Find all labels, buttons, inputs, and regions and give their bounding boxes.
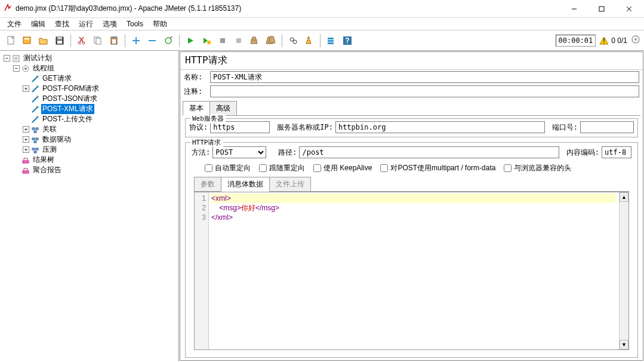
tree-node-threadgroup[interactable]: − 线程组	[4, 63, 177, 73]
menu-run[interactable]: 运行	[74, 18, 98, 30]
scroll-up-icon[interactable]: ▲	[620, 192, 628, 202]
toolbar: ? 00:00:01 ! 0 0/1	[0, 30, 644, 51]
protocol-field[interactable]	[210, 121, 270, 133]
svg-text:!: !	[603, 37, 605, 45]
controller-icon	[30, 145, 40, 155]
tree-toggle[interactable]: +	[23, 136, 29, 143]
toggle-icon[interactable]	[161, 33, 176, 48]
tree-node-sampler[interactable]: GET请求	[4, 73, 177, 84]
vertical-scrollbar[interactable]: ▲ ▼	[619, 192, 628, 349]
path-field[interactable]	[299, 146, 559, 158]
clear-all-icon[interactable]	[263, 33, 279, 48]
menu-search[interactable]: 查找	[50, 18, 74, 30]
tree-toggle[interactable]: +	[23, 85, 29, 92]
svg-rect-51	[23, 161, 29, 163]
tree-node-sampler[interactable]: POST-JSON请求	[4, 94, 177, 104]
body-tabs: 参数 消息体数据 文件上传	[194, 177, 629, 192]
svg-point-39	[14, 57, 18, 60]
menu-file[interactable]: 文件	[2, 18, 26, 30]
tree-toggle[interactable]: +	[23, 146, 29, 153]
stop-icon[interactable]	[215, 33, 230, 48]
tab-params[interactable]: 参数	[194, 177, 221, 191]
help-icon[interactable]: ?	[340, 33, 355, 48]
svg-rect-6	[24, 38, 29, 39]
function-helper-icon[interactable]	[323, 33, 339, 48]
shutdown-icon[interactable]	[231, 33, 246, 48]
tree-panel[interactable]: − 测试计划 − 线程组 GET请求 + POST-FORM请求	[0, 51, 179, 361]
name-field[interactable]	[210, 71, 639, 83]
tree-label[interactable]: POST-上传文件	[41, 114, 94, 124]
cb-keepalive[interactable]: 使用 KeepAlive	[313, 163, 372, 173]
sampler-icon	[30, 94, 40, 104]
thread-count-label: 0 0/1	[611, 36, 627, 45]
menu-help[interactable]: 帮助	[148, 18, 172, 30]
tree-toggle[interactable]: −	[4, 55, 10, 62]
close-button[interactable]	[615, 1, 643, 17]
svg-rect-50	[34, 151, 36, 153]
tree-label[interactable]: GET请求	[41, 73, 73, 84]
comments-field[interactable]	[210, 85, 639, 97]
svg-rect-5	[23, 37, 30, 44]
cut-icon[interactable]	[74, 33, 90, 48]
tree-toggle[interactable]: −	[13, 65, 20, 72]
code-content[interactable]: <xml> <msg>你好</msg> </xml>	[209, 192, 619, 349]
tree-toggle[interactable]: +	[23, 126, 29, 133]
svg-rect-17	[112, 36, 116, 38]
tab-advanced[interactable]: 高级	[209, 101, 237, 115]
tree-label[interactable]: 数据驱动	[41, 134, 72, 145]
cb-multipart[interactable]: 对POST使用multipart / form-data	[380, 163, 495, 173]
cb-browser-headers[interactable]: 与浏览器兼容的头	[504, 163, 571, 173]
search-icon[interactable]	[285, 33, 301, 48]
expand-icon[interactable]	[128, 33, 144, 48]
tree-node-controller[interactable]: + 压测	[4, 145, 177, 155]
server-field[interactable]	[335, 121, 545, 133]
tree-node-listener[interactable]: 聚合报告	[4, 165, 177, 175]
menu-tools[interactable]: Tools	[122, 19, 148, 29]
tab-body-data[interactable]: 消息体数据	[221, 177, 270, 192]
port-field[interactable]	[580, 121, 634, 133]
open-icon[interactable]	[36, 33, 51, 48]
start-no-pause-icon[interactable]	[199, 33, 214, 48]
collapse-icon[interactable]	[144, 33, 160, 48]
body-editor[interactable]: 1 2 3 <xml> <msg>你好</msg> </xml> ▲ ▼	[194, 192, 629, 350]
svg-rect-52	[23, 171, 29, 173]
tree-label[interactable]: 线程组	[32, 63, 56, 73]
tree-node-sampler-selected[interactable]: POST-XML请求	[4, 104, 177, 114]
menu-options[interactable]: 选项	[98, 18, 122, 30]
scroll-down-icon[interactable]: ▼	[620, 340, 628, 349]
tree-node-testplan[interactable]: − 测试计划	[4, 53, 177, 63]
tree-node-controller[interactable]: + 关联	[4, 124, 177, 134]
cb-auto-redirect[interactable]: 自动重定向	[205, 163, 251, 173]
copy-icon[interactable]	[90, 33, 106, 48]
line-gutter: 1 2 3	[195, 192, 209, 349]
save-icon[interactable]	[52, 33, 67, 48]
tree-node-sampler[interactable]: POST-上传文件	[4, 114, 177, 124]
tree-label[interactable]: POST-XML请求	[41, 104, 94, 114]
config-tabs: 基本 高级	[183, 101, 640, 116]
minimize-button[interactable]	[560, 1, 588, 17]
method-select[interactable]: POST	[212, 146, 266, 158]
tab-basic[interactable]: 基本	[183, 101, 210, 116]
paste-icon[interactable]	[106, 33, 122, 48]
templates-icon[interactable]	[20, 33, 35, 48]
tree-label[interactable]: 关联	[41, 124, 58, 134]
new-icon[interactable]	[4, 33, 19, 48]
start-icon[interactable]	[183, 33, 198, 48]
tree-label[interactable]: 压测	[41, 145, 58, 155]
tree-label[interactable]: POST-JSON请求	[41, 94, 98, 104]
tree-label[interactable]: POST-FORM请求	[41, 84, 100, 94]
tab-file-upload[interactable]: 文件上传	[269, 177, 311, 191]
tree-label[interactable]: 聚合报告	[32, 165, 63, 175]
encoding-field[interactable]	[602, 146, 631, 158]
sampler-icon	[30, 74, 40, 84]
tree-node-listener[interactable]: 结果树	[4, 155, 177, 165]
tree-node-sampler[interactable]: + POST-FORM请求	[4, 84, 177, 94]
tree-label[interactable]: 测试计划	[22, 53, 53, 63]
clear-icon[interactable]	[247, 33, 263, 48]
maximize-button[interactable]	[588, 1, 615, 17]
cb-follow-redirect[interactable]: 跟随重定向	[259, 163, 305, 173]
reset-search-icon[interactable]	[301, 33, 317, 48]
tree-label[interactable]: 结果树	[32, 155, 56, 165]
tree-node-controller[interactable]: + 数据驱动	[4, 134, 177, 145]
menu-edit[interactable]: 编辑	[26, 18, 50, 30]
